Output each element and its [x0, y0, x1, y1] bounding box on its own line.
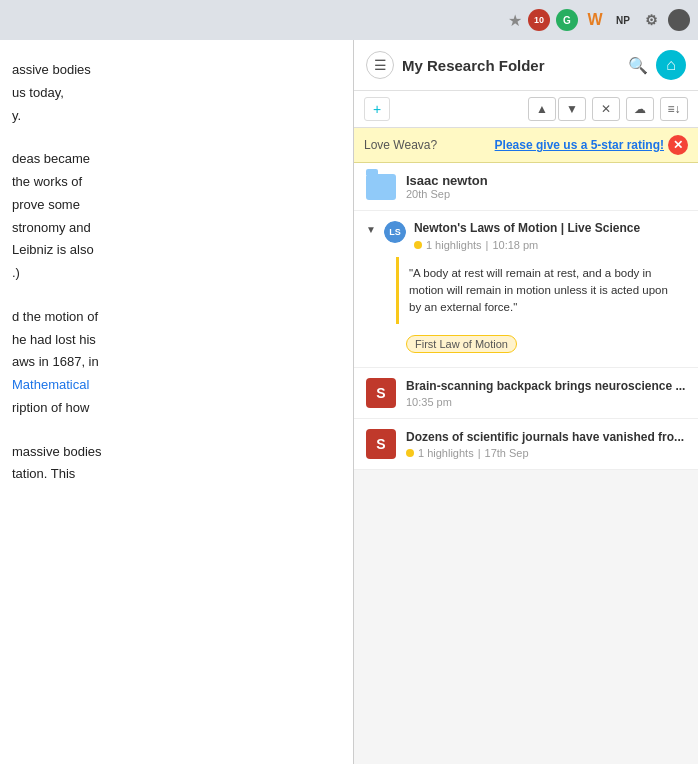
- add-icon: +: [373, 101, 381, 117]
- article-line: Mathematical: [12, 375, 341, 396]
- sort-controls: ▲ ▼: [528, 97, 586, 121]
- science-news-favicon-1: S: [366, 378, 396, 408]
- meta-separator-2: |: [478, 447, 481, 459]
- chevron-down-icon: ▼: [566, 102, 578, 116]
- highlight-dot: [414, 241, 422, 249]
- close-icon: ✕: [601, 102, 611, 116]
- folder-date: 20th Sep: [406, 188, 488, 200]
- chevron-up-icon: ▲: [536, 102, 548, 116]
- quote-text: "A body at rest will remain at rest, and…: [409, 267, 668, 314]
- source-title[interactable]: Newton's Laws of Motion | Live Science: [414, 221, 686, 237]
- panel-menu-button[interactable]: ☰: [366, 51, 394, 79]
- news-time-1: 10:35 pm: [406, 396, 685, 408]
- folder-name: Isaac newton: [406, 173, 488, 188]
- tag-row: First Law of Motion: [396, 330, 686, 357]
- news-meta-2: 1 highlights | 17th Sep: [406, 447, 684, 459]
- source-item-info: Newton's Laws of Motion | Live Science 1…: [414, 221, 686, 251]
- banner-link[interactable]: Please give us a 5-star rating!: [495, 138, 664, 152]
- banner-close-button[interactable]: ✕: [668, 135, 688, 155]
- close-panel-button[interactable]: ✕: [592, 97, 620, 121]
- news-highlights-2: 1 highlights: [418, 447, 474, 459]
- article-line: tation. This: [12, 464, 341, 485]
- source-item: ▼ LS Newton's Laws of Motion | Live Scie…: [354, 211, 698, 368]
- panel-title: My Research Folder: [402, 57, 620, 74]
- cloud-icon: ☁: [634, 102, 646, 116]
- folder-item[interactable]: Isaac newton 20th Sep: [354, 163, 698, 211]
- article-line: y.: [12, 106, 341, 127]
- extension-w-icon[interactable]: W: [584, 9, 606, 31]
- article-line: stronomy and: [12, 218, 341, 239]
- meta-separator: |: [486, 239, 489, 251]
- highlight-dot-2: [406, 449, 414, 457]
- sort-down-button[interactable]: ▼: [558, 97, 586, 121]
- article-line: .): [12, 263, 341, 284]
- sort-up-button[interactable]: ▲: [528, 97, 556, 121]
- article-line: the works of: [12, 172, 341, 193]
- panel-toolbar: + ▲ ▼ ✕ ☁ ≡↓: [354, 91, 698, 128]
- list-icon: ≡↓: [667, 102, 680, 116]
- search-icon[interactable]: 🔍: [628, 56, 648, 75]
- cloud-sync-button[interactable]: ☁: [626, 97, 654, 121]
- mathematical-link[interactable]: Mathematical: [12, 377, 89, 392]
- expand-arrow-icon[interactable]: ▼: [366, 224, 376, 235]
- bookmark-icon[interactable]: ★: [508, 11, 522, 30]
- tag-label[interactable]: First Law of Motion: [406, 335, 517, 353]
- weava-panel: ☰ My Research Folder 🔍 ⌂ + ▲ ▼: [353, 40, 698, 764]
- livescience-favicon: LS: [384, 221, 406, 243]
- home-icon: ⌂: [666, 56, 676, 74]
- source-favicon: LS: [384, 221, 406, 243]
- extension-np-icon[interactable]: NP: [612, 9, 634, 31]
- folder-item-info: Isaac newton 20th Sep: [406, 173, 488, 200]
- avatar[interactable]: [668, 9, 690, 31]
- news-date-2: 17th Sep: [485, 447, 529, 459]
- news-item-2[interactable]: S Dozens of scientific journals have van…: [354, 419, 698, 470]
- article-line: deas became: [12, 149, 341, 170]
- news-item-info-2: Dozens of scientific journals have vanis…: [406, 430, 684, 460]
- source-meta: 1 highlights | 10:18 pm: [414, 239, 686, 251]
- article-line: ription of how: [12, 398, 341, 419]
- highlights-count: 1 highlights: [426, 239, 482, 251]
- article-line: us today,: [12, 83, 341, 104]
- source-time: 10:18 pm: [492, 239, 538, 251]
- article-line: Leibniz is also: [12, 240, 341, 261]
- hamburger-icon: ☰: [374, 57, 387, 73]
- source-item-header: ▼ LS Newton's Laws of Motion | Live Scie…: [366, 221, 686, 251]
- article-text-panel: assive bodies us today, y. deas became t…: [0, 40, 353, 764]
- article-line: massive bodies: [12, 442, 341, 463]
- news-item-1[interactable]: S Brain-scanning backpack brings neurosc…: [354, 368, 698, 419]
- news-item-info-1: Brain-scanning backpack brings neuroscie…: [406, 379, 685, 409]
- main-area: assive bodies us today, y. deas became t…: [0, 40, 698, 764]
- news-title-2: Dozens of scientific journals have vanis…: [406, 430, 684, 446]
- extension-g-icon[interactable]: G: [556, 9, 578, 31]
- article-line: prove some: [12, 195, 341, 216]
- article-line: aws in 1687, in: [12, 352, 341, 373]
- news-title-1: Brain-scanning backpack brings neuroscie…: [406, 379, 685, 395]
- panel-header: ☰ My Research Folder 🔍 ⌂: [354, 40, 698, 91]
- extension-badge-icon[interactable]: 10: [528, 9, 550, 31]
- panel-content: Isaac newton 20th Sep ▼ LS Newton's Laws…: [354, 163, 698, 764]
- love-banner: Love Weava? Please give us a 5-star rati…: [354, 128, 698, 163]
- add-folder-button[interactable]: +: [364, 97, 390, 121]
- highlight-quote-box: "A body at rest will remain at rest, and…: [396, 257, 686, 325]
- list-view-button[interactable]: ≡↓: [660, 97, 688, 121]
- browser-chrome: ★ 10 G W NP ⚙: [0, 0, 698, 40]
- folder-icon: [366, 174, 396, 200]
- article-line: d the motion of: [12, 307, 341, 328]
- home-button[interactable]: ⌂: [656, 50, 686, 80]
- science-news-favicon-2: S: [366, 429, 396, 459]
- article-line: assive bodies: [12, 60, 341, 81]
- banner-text: Love Weava?: [364, 138, 491, 152]
- extension-puzzle-icon[interactable]: ⚙: [640, 9, 662, 31]
- article-line: he had lost his: [12, 330, 341, 351]
